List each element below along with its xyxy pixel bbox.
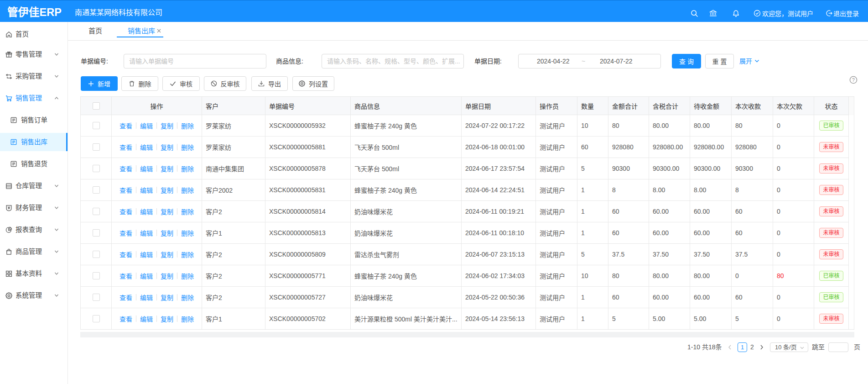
svg-text:?: ? <box>852 77 855 83</box>
